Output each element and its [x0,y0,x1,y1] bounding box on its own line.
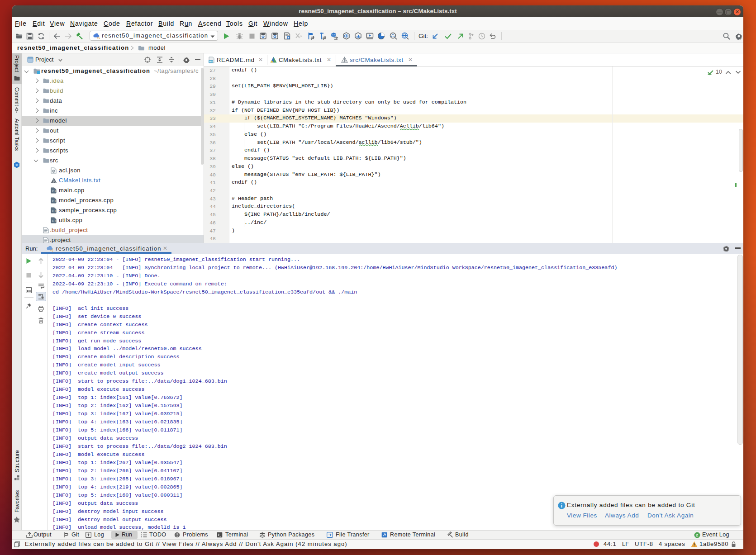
svg-text:C+: C+ [52,219,57,223]
svg-text:C+: C+ [52,199,57,203]
svg-text:C+: C+ [52,209,57,213]
svg-text:C+: C+ [52,190,57,193]
svg-text:2: 2 [696,533,698,537]
svg-text:MD: MD [209,61,213,63]
